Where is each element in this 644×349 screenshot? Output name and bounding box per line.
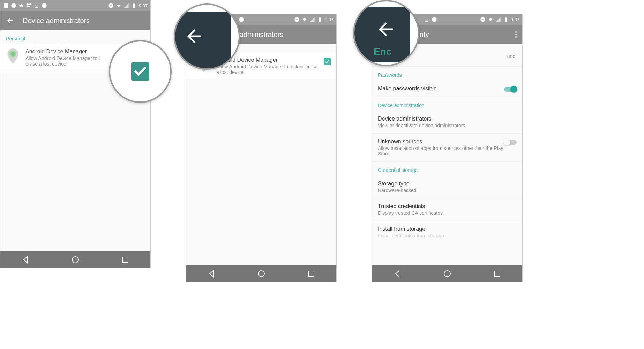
setting-unknown-sources[interactable]: Unknown sources Allow installation of ap… [372,134,522,162]
nav-back-icon[interactable] [207,270,216,278]
svg-rect-15 [319,17,320,17]
section-cred-storage: Credential storage [372,162,522,176]
setting-title: Storage type [378,181,517,187]
app-bar: Device administrators [0,11,150,30]
svg-point-2 [42,3,46,8]
setting-make-pw-visible[interactable]: Make passwords visible [372,81,522,97]
setting-title: Device administrators [378,116,517,122]
setting-title: Trusted credentials [378,203,517,210]
wifi-icon [116,3,121,8]
svg-rect-19 [308,271,314,276]
svg-rect-5 [133,4,135,8]
setting-subtitle: Display trusted CA certificates [378,210,517,216]
setting-subtitle: Allow installation of apps from sources … [378,145,504,157]
svg-point-11 [239,17,244,22]
wifi-icon [488,17,493,22]
svg-rect-23 [505,18,507,22]
svg-rect-4 [110,5,112,6]
dnd-icon [294,17,300,22]
checkbox-icon[interactable] [131,62,149,81]
setting-storage-type[interactable]: Storage type Hardware-backed [372,176,522,198]
dnd-icon [480,17,486,22]
svg-point-25 [444,271,450,277]
overflow-menu-icon[interactable] [515,31,517,38]
section-passwords: Passwords [372,67,522,81]
svg-rect-22 [481,19,484,20]
wifi-icon [302,17,307,22]
status-time: 9:37 [325,17,334,22]
phone-screen-1: 9:37 Device administrators Personal Andr… [0,0,151,268]
svg-point-9 [72,257,78,263]
nav-back-icon[interactable] [21,256,30,264]
app-bar-title: Device administrators [23,17,90,25]
signal-icon [123,3,129,8]
status-bar: 9:37 [0,0,150,11]
highlight-checkbox [109,40,172,103]
setting-subtitle: Hardware-backed [378,188,517,193]
setting-device-admins[interactable]: Device administrators View or deactivate… [372,111,522,134]
svg-point-1 [11,3,16,8]
app-bar-title: rity [420,31,429,39]
nav-home-icon[interactable] [443,270,451,278]
svg-rect-26 [494,271,500,276]
svg-point-8 [11,52,15,56]
svg-rect-0 [4,3,8,8]
setting-subtitle: Install certificates from storage [378,233,517,238]
dnd-icon [108,3,114,8]
nav-bar [372,265,522,282]
nav-back-icon[interactable] [393,270,402,278]
nav-recent-icon[interactable] [121,256,129,264]
setting-trusted-cred[interactable]: Trusted credentials Display trusted CA c… [372,198,522,221]
app-icon [11,3,16,8]
status-time: 9:37 [511,17,519,22]
enc-sub: one [507,53,515,59]
svg-rect-13 [295,19,298,20]
back-arrow-icon[interactable] [6,16,14,25]
svg-rect-14 [319,18,321,22]
setting-title: Install from storage [378,226,517,232]
nav-home-icon[interactable] [71,256,80,264]
svg-rect-10 [122,257,128,263]
download-icon [424,17,429,22]
crown-icon [18,3,24,8]
setting-title: Unknown sources [378,138,504,145]
svg-point-18 [258,271,264,277]
signal-icon [495,17,501,22]
svg-rect-24 [505,17,506,17]
signal-icon [309,17,315,22]
status-time: 9:37 [139,3,148,8]
setting-subtitle: View or deactivate device administrators [378,123,517,128]
pin-icon [6,48,20,62]
highlight-back-arrow [174,3,240,70]
image-icon [3,3,9,8]
steam-icon [432,17,437,22]
nav-bar [186,265,336,282]
item-subtitle: Allow Android Device Manager to lock or … [216,64,321,75]
svg-point-20 [432,17,436,22]
nav-recent-icon[interactable] [493,270,501,278]
section-device-admin: Device administration [372,97,522,111]
highlight-back-arrow-2: Enc [353,0,419,66]
checkbox-icon[interactable] [324,58,331,65]
steam-icon [239,17,244,22]
toggle-switch[interactable] [504,140,517,145]
battery-icon [503,17,509,22]
setting-title: Make passwords visible [378,85,504,92]
dropbox-icon [26,3,32,8]
download-icon [34,3,39,8]
battery-icon [317,17,323,22]
nav-recent-icon[interactable] [307,270,315,278]
steam-icon [42,3,47,8]
battery-icon [131,3,137,8]
toggle-switch[interactable] [504,87,517,92]
svg-rect-6 [133,3,134,3]
nav-bar [0,251,150,268]
nav-home-icon[interactable] [257,270,265,278]
setting-install-storage[interactable]: Install from storage Install certificate… [372,221,522,243]
enc-partial-text: Enc [374,46,391,57]
